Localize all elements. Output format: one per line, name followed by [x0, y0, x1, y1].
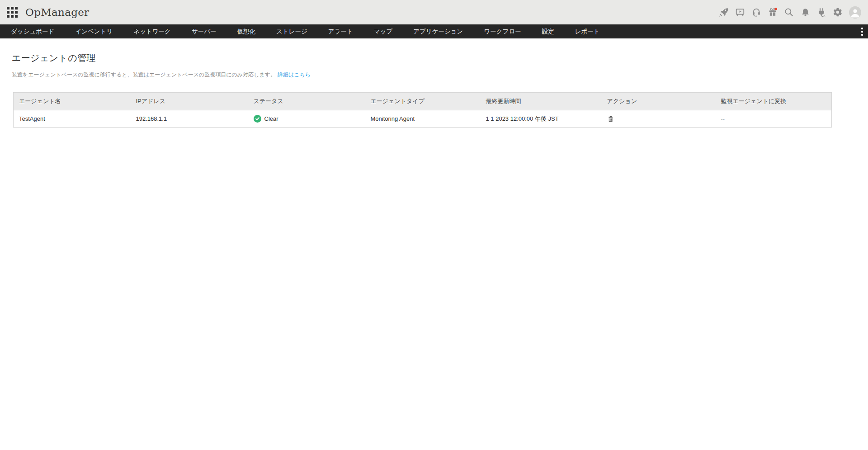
col-header-last-updated: 最終更新時間 [481, 93, 602, 110]
cell-action [602, 110, 716, 128]
cell-last-updated: 1 1 2023 12:00:00 午後 JST [481, 110, 602, 128]
col-header-agent-type: エージェントタイプ [365, 93, 481, 110]
nav-item-virtualization[interactable]: 仮想化 [237, 28, 256, 36]
avatar[interactable] [849, 6, 861, 19]
nav-item-workflow[interactable]: ワークフロー [484, 28, 521, 36]
learn-more-link[interactable]: 詳細はこちら [278, 71, 311, 78]
topbar-icons [719, 6, 861, 19]
table-row: TestAgent 192.168.1.1 Clear Monitoring A… [14, 110, 832, 128]
nav-item-reports[interactable]: レポート [575, 28, 600, 36]
apps-grid-icon[interactable] [6, 6, 18, 18]
delete-agent-button[interactable] [607, 115, 614, 123]
nav-item-network[interactable]: ネットワーク [133, 28, 171, 36]
status-clear-icon [254, 115, 261, 123]
nav-item-alerts[interactable]: アラート [328, 28, 353, 36]
cell-convert: -- [716, 110, 832, 128]
gear-icon[interactable] [833, 7, 843, 17]
page-title: エージェントの管理 [12, 52, 868, 64]
col-header-agent-name: エージェント名 [14, 93, 131, 110]
cell-ip-address: 192.168.1.1 [131, 110, 248, 128]
nav-item-storage[interactable]: ストレージ [276, 28, 307, 36]
col-header-status: ステータス [248, 93, 365, 110]
page-description-text: 装置をエージェントベースの監視に移行すると、装置はエージェントベースの監視項目に… [12, 71, 276, 78]
bell-icon[interactable] [800, 7, 810, 17]
gift-badge [774, 8, 777, 10]
page-description: 装置をエージェントベースの監視に移行すると、装置はエージェントベースの監視項目に… [12, 71, 868, 79]
col-header-action: アクション [602, 93, 716, 110]
rocket-icon[interactable] [719, 7, 729, 17]
page-content: エージェントの管理 装置をエージェントベースの監視に移行すると、装置はエージェン… [0, 38, 868, 128]
main-nav: ダッシュボード インベントリ ネットワーク サーバー 仮想化 ストレージ アラー… [0, 24, 868, 38]
agents-table: エージェント名 IPアドレス ステータス エージェントタイプ 最終更新時間 アク… [13, 92, 832, 128]
gift-icon[interactable] [768, 7, 778, 17]
table-header-row: エージェント名 IPアドレス ステータス エージェントタイプ 最終更新時間 アク… [14, 93, 832, 110]
headset-icon[interactable] [751, 7, 761, 17]
nav-item-maps[interactable]: マップ [374, 28, 392, 36]
nav-item-server[interactable]: サーバー [192, 28, 217, 36]
search-icon[interactable] [784, 7, 794, 17]
presentation-icon[interactable] [735, 7, 745, 17]
nav-item-dashboard[interactable]: ダッシュボード [11, 28, 54, 36]
topbar: OpManager [0, 0, 868, 24]
cell-agent-name: TestAgent [14, 110, 131, 128]
kebab-menu-icon[interactable] [861, 24, 863, 38]
plug-icon[interactable] [816, 7, 826, 17]
status-label: Clear [264, 115, 278, 122]
col-header-convert: 監視エージェントに変換 [716, 93, 832, 110]
cell-status: Clear [248, 110, 365, 128]
nav-item-applications[interactable]: アプリケーション [413, 28, 463, 36]
nav-item-inventory[interactable]: インベントリ [75, 28, 113, 36]
nav-item-settings[interactable]: 設定 [542, 28, 554, 36]
cell-agent-type: Monitoring Agent [365, 110, 481, 128]
col-header-ip-address: IPアドレス [131, 93, 248, 110]
app-logo: OpManager [25, 6, 89, 18]
